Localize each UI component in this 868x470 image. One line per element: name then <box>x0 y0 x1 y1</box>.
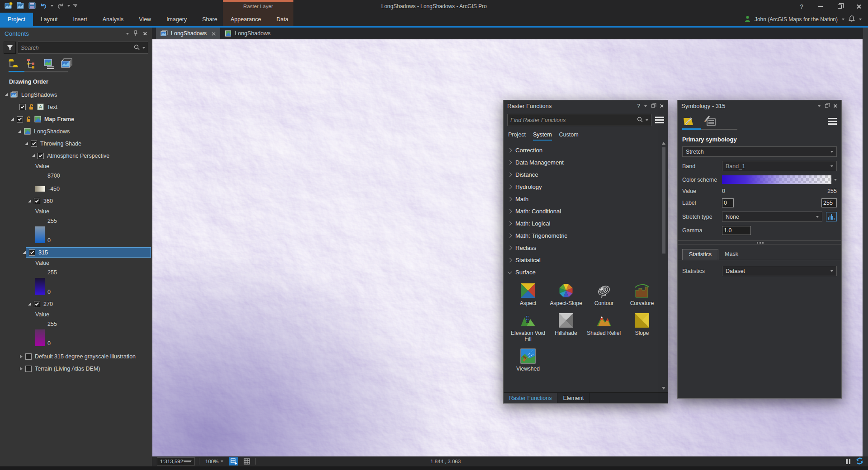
expander-icon[interactable] <box>28 199 31 202</box>
map-scale-dropdown[interactable]: 1:313,592 <box>157 457 195 465</box>
tab-insert[interactable]: Insert <box>65 13 94 26</box>
tree-item-text[interactable]: A Text <box>0 101 152 113</box>
expander-icon[interactable] <box>28 302 31 306</box>
close-tab-icon[interactable] <box>212 32 216 36</box>
category-math[interactable]: Math <box>504 193 668 205</box>
new-project-icon[interactable] <box>5 2 13 9</box>
lock-icon[interactable] <box>26 116 32 122</box>
expander-icon[interactable] <box>32 154 35 157</box>
scroll-down-icon[interactable] <box>662 387 665 390</box>
category-surface-expanded[interactable]: Surface <box>504 266 668 278</box>
label-max-input[interactable] <box>821 198 837 207</box>
tab-project[interactable]: Project <box>0 13 33 26</box>
gamma-input[interactable] <box>722 226 751 235</box>
tree-item-map[interactable]: LongShadows <box>0 125 152 137</box>
panel-splitter-handle[interactable] <box>678 240 841 244</box>
close-panel-icon[interactable] <box>833 104 837 108</box>
checkbox[interactable] <box>34 198 40 204</box>
category-math-logical[interactable]: Math: Logical <box>504 217 668 230</box>
tab-statistics[interactable]: Statistics <box>682 249 718 260</box>
refresh-icon[interactable] <box>856 457 863 465</box>
bottom-tab-raster-functions[interactable]: Raster Functions <box>504 393 557 403</box>
function-hillshade[interactable]: Hillshade <box>547 313 585 342</box>
search-icon[interactable] <box>134 44 140 52</box>
bottom-tab-element[interactable]: Element <box>557 393 590 403</box>
checkbox[interactable] <box>19 104 26 110</box>
tree-item-layout[interactable]: LongShadows <box>0 89 152 101</box>
panel-menu-chevron-icon[interactable] <box>818 105 821 107</box>
save-project-icon[interactable] <box>28 2 37 9</box>
panel-menu-chevron-icon[interactable] <box>126 33 129 35</box>
tab-share[interactable]: Share <box>194 13 225 26</box>
minimize-icon[interactable] <box>811 0 830 13</box>
contents-search-input[interactable] <box>21 45 134 51</box>
zoom-level-dropdown[interactable]: 100% <box>203 459 225 464</box>
expander-icon[interactable] <box>23 251 26 254</box>
expander-collapsed-icon[interactable] <box>20 367 23 371</box>
snap-grid-icon[interactable] <box>242 457 251 465</box>
help-icon[interactable]: ? <box>792 0 811 13</box>
checkbox[interactable] <box>34 301 40 307</box>
layer-270-color-ramp[interactable] <box>35 329 45 346</box>
selected-layer-row[interactable]: 315 <box>26 247 151 258</box>
view-tab-map-longshadows[interactable]: LongShadows <box>220 28 275 39</box>
primary-symbology-dropdown[interactable]: Stretch <box>682 146 837 157</box>
function-aspect[interactable]: Aspect <box>509 283 547 306</box>
category-correction[interactable]: Correction <box>504 144 668 156</box>
vary-symbology-tool-icon[interactable] <box>703 115 717 127</box>
scrollbar-thumb[interactable] <box>662 147 665 254</box>
pause-drawing-icon[interactable] <box>846 459 850 464</box>
tab-appearance[interactable]: Appearance <box>223 13 269 26</box>
close-panel-icon[interactable] <box>660 104 664 108</box>
tab-layout[interactable]: Layout <box>33 13 66 26</box>
close-icon[interactable] <box>849 0 868 13</box>
category-data-management[interactable]: Data Management <box>504 156 668 169</box>
checkbox-unchecked[interactable] <box>25 366 32 372</box>
float-panel-icon[interactable] <box>651 104 655 108</box>
search-options-chevron-icon[interactable] <box>646 119 648 121</box>
search-icon[interactable] <box>637 117 643 124</box>
expander-icon[interactable] <box>25 142 28 145</box>
panel-menu-chevron-icon[interactable] <box>644 105 647 107</box>
tree-item-315-selected[interactable]: 315 <box>0 246 152 258</box>
panel-options-hamburger-icon[interactable] <box>828 118 837 125</box>
notifications-bell-icon[interactable] <box>849 15 855 24</box>
tree-item-terrain[interactable]: Terrain (Living Atlas DEM) <box>0 362 152 375</box>
expander-icon[interactable] <box>11 118 14 121</box>
panel-options-hamburger-icon[interactable] <box>655 117 664 123</box>
map-right-scrollbar[interactable] <box>863 28 868 456</box>
tab-imagery[interactable]: Imagery <box>159 13 194 26</box>
histogram-button[interactable] <box>826 212 837 221</box>
function-slope[interactable]: Slope <box>623 313 661 342</box>
tab-view[interactable]: View <box>131 13 159 26</box>
customize-qat-icon[interactable] <box>73 4 77 8</box>
tab-analysis[interactable]: Analysis <box>95 13 132 26</box>
close-panel-icon[interactable] <box>143 32 147 36</box>
tab-project-functions[interactable]: Project <box>508 132 526 141</box>
float-panel-icon[interactable] <box>825 104 828 108</box>
primary-symbology-tool-icon[interactable] <box>682 115 696 127</box>
checkbox[interactable] <box>29 249 35 256</box>
checkbox[interactable] <box>38 153 44 159</box>
list-by-snippet-icon[interactable] <box>60 57 74 70</box>
function-viewshed[interactable]: Viewshed <box>509 348 547 372</box>
expander-icon[interactable] <box>18 130 21 133</box>
stretch-type-dropdown[interactable]: None <box>722 212 822 222</box>
functions-scrollbar[interactable] <box>661 142 666 390</box>
search-options-chevron-icon[interactable] <box>142 47 145 49</box>
tree-item-atmospheric-perspective[interactable]: Atmospheric Perspective <box>0 150 152 162</box>
category-reclass[interactable]: Reclass <box>504 242 668 254</box>
tree-item-270[interactable]: 270 <box>0 298 152 310</box>
layer-360-color-ramp[interactable] <box>35 226 45 243</box>
help-icon[interactable]: ? <box>637 103 640 109</box>
color-scheme-ramp[interactable] <box>722 175 831 184</box>
layout-grid-toggle-icon[interactable] <box>229 457 238 465</box>
category-math-conditional[interactable]: Math: Conditional <box>504 205 668 217</box>
redo-icon[interactable] <box>57 2 64 9</box>
category-distance[interactable]: Distance <box>504 169 668 181</box>
ribbon-collapse-chevron-icon[interactable] <box>859 19 862 20</box>
function-aspect-slope[interactable]: Aspect-Slope <box>547 283 585 306</box>
filter-funnel-icon[interactable] <box>4 42 16 54</box>
function-curvature[interactable]: Curvature <box>623 283 661 306</box>
function-contour[interactable]: Contour <box>585 283 623 306</box>
